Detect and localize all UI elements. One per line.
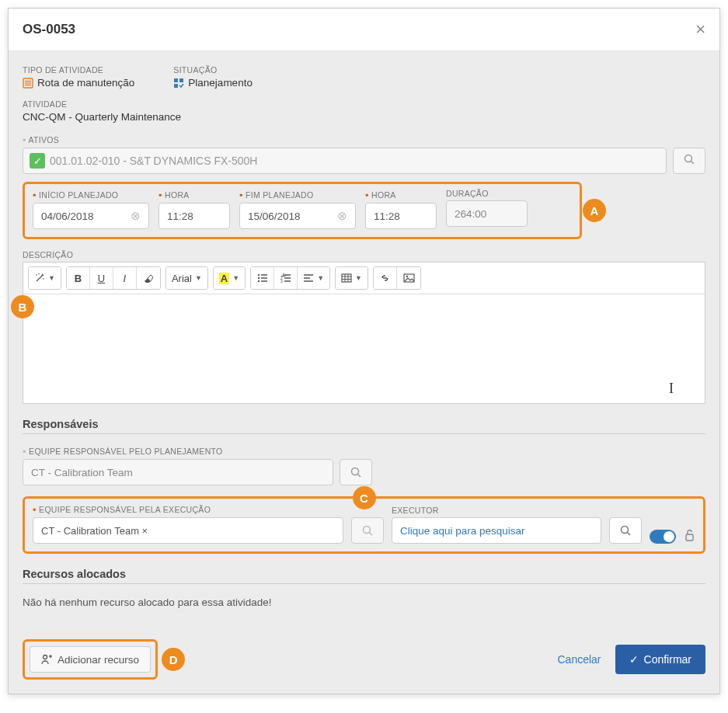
magic-button[interactable]: ▼ <box>29 267 61 289</box>
clear-icon[interactable]: ⊗ <box>337 209 347 223</box>
status-field: SITUAÇÃO Planejamento <box>173 65 253 89</box>
end-date-label: FIM PLANEJADO <box>246 190 313 200</box>
italic-icon: I <box>124 273 127 284</box>
svg-point-9 <box>36 274 37 276</box>
modal-title: OS-0053 <box>23 22 75 37</box>
duration-input: 264:00 <box>446 200 528 227</box>
table-button[interactable]: ▼ <box>336 267 367 289</box>
svg-point-34 <box>351 468 358 475</box>
callout-d-badge: D <box>162 648 185 671</box>
search-icon <box>362 525 374 537</box>
unlock-icon[interactable] <box>684 529 695 544</box>
executor-input[interactable]: Clique aqui para pesquisar <box>392 517 601 544</box>
status-label: SITUAÇÃO <box>173 65 253 75</box>
start-time-value: 11:28 <box>167 210 193 222</box>
add-resource-button[interactable]: Adicionar recurso <box>30 646 151 673</box>
planning-team-input: CT - Calibration Team <box>23 459 333 485</box>
italic-button[interactable]: I <box>113 267 137 289</box>
svg-line-8 <box>691 162 694 165</box>
svg-point-36 <box>363 526 370 533</box>
duration-field: DURAÇÃO 264:00 <box>446 189 528 229</box>
execution-team-chip[interactable]: CT - Calibration Team × <box>41 525 148 537</box>
executor-label: EXECUTOR <box>392 506 601 515</box>
ol-icon: 123 <box>280 273 291 283</box>
description-label: DESCRIÇÃO <box>23 250 705 259</box>
executor-search-button[interactable] <box>609 517 642 544</box>
bold-icon: B <box>75 273 82 284</box>
align-icon <box>303 273 314 283</box>
search-icon <box>684 154 695 168</box>
assets-input[interactable]: ✓ 001.01.02-010 - S&T DYNAMICS FX-500H <box>23 148 667 174</box>
start-date-field: • INÍCIO PLANEJADO 04/06/2018 ⊗ <box>33 189 149 229</box>
eraser-icon <box>143 273 154 283</box>
no-resources-message: Não há nenhum recurso alocado para essa … <box>23 596 705 608</box>
end-date-value: 15/06/2018 <box>248 210 301 222</box>
resources-header: Recursos alocados <box>23 568 705 584</box>
description-section: B DESCRIÇÃO ▼ B U I Arial▼ <box>23 250 705 404</box>
start-time-label: HORA <box>165 190 190 200</box>
duration-label: DURAÇÃO <box>446 189 489 198</box>
ordered-list-button[interactable]: 123 <box>274 267 298 289</box>
svg-point-10 <box>38 273 40 275</box>
assets-label: • ATIVOS <box>23 134 705 145</box>
end-time-label: HORA <box>371 190 396 200</box>
search-icon <box>620 525 632 537</box>
duration-value: 264:00 <box>455 208 486 220</box>
execution-team-search-button[interactable] <box>351 517 384 544</box>
executor-placeholder: Clique aqui para pesquisar <box>400 525 525 537</box>
activity-type-value: Rota de manutenção <box>37 77 134 89</box>
eraser-button[interactable] <box>137 267 160 289</box>
underline-button[interactable]: U <box>90 267 113 289</box>
svg-line-35 <box>357 474 361 477</box>
close-button[interactable]: × <box>695 19 705 40</box>
highlight-icon: A <box>219 273 229 284</box>
execution-team-field: • EQUIPE RESPONSÁVEL PELA EXECUÇÃO CT - … <box>33 503 343 544</box>
svg-point-38 <box>621 526 628 533</box>
ul-icon <box>257 273 268 283</box>
start-date-label: INÍCIO PLANEJADO <box>39 190 118 200</box>
svg-rect-40 <box>686 534 693 541</box>
image-button[interactable] <box>397 267 420 289</box>
executor-toggle[interactable] <box>650 530 676 544</box>
end-date-field: • FIM PLANEJADO 15/06/2018 ⊗ <box>239 189 356 229</box>
unordered-list-button[interactable] <box>251 267 274 289</box>
svg-rect-5 <box>179 78 183 82</box>
link-button[interactable] <box>374 267 397 289</box>
svg-text:3: 3 <box>280 279 283 283</box>
start-date-input[interactable]: 04/06/2018 ⊗ <box>33 203 149 229</box>
bold-button[interactable]: B <box>67 267 90 289</box>
svg-rect-4 <box>174 78 178 82</box>
editor-textarea[interactable]: I <box>23 294 705 403</box>
execution-callout: C • EQUIPE RESPONSÁVEL PELA EXECUÇÃO CT … <box>23 496 705 554</box>
clear-icon[interactable]: ⊗ <box>131 209 141 223</box>
link-icon <box>379 273 391 283</box>
executor-field: EXECUTOR Clique aqui para pesquisar <box>392 506 601 544</box>
planning-team-search-button[interactable] <box>340 459 372 485</box>
svg-point-41 <box>44 656 47 659</box>
svg-point-16 <box>257 280 259 282</box>
modal-dialog: OS-0053 × TIPO DE ATIVIDADE Rota de manu… <box>8 8 720 694</box>
start-date-value: 04/06/2018 <box>41 210 94 222</box>
check-icon: ✓ <box>629 653 639 666</box>
execution-team-input[interactable]: CT - Calibration Team × <box>33 517 343 544</box>
route-icon <box>23 78 33 89</box>
end-time-value: 11:28 <box>374 210 400 222</box>
image-icon <box>403 273 415 283</box>
callout-a-badge: A <box>583 199 606 222</box>
end-date-input[interactable]: 15/06/2018 ⊗ <box>239 203 356 229</box>
activity-type-label: TIPO DE ATIVIDADE <box>23 65 134 75</box>
end-time-input[interactable]: 11:28 <box>365 203 437 229</box>
svg-line-37 <box>369 532 372 535</box>
table-icon <box>341 273 352 283</box>
align-button[interactable]: ▼ <box>298 267 329 289</box>
execution-team-label: EQUIPE RESPONSÁVEL PELA EXECUÇÃO <box>39 505 211 514</box>
confirm-button[interactable]: ✓ Confirmar <box>615 645 705 674</box>
editor-toolbar: ▼ B U I Arial▼ A▼ <box>23 263 705 294</box>
cancel-button[interactable]: Cancelar <box>558 653 601 666</box>
assets-search-button[interactable] <box>673 148 705 174</box>
font-family-button[interactable]: Arial▼ <box>166 267 207 289</box>
start-time-input[interactable]: 11:28 <box>158 203 230 229</box>
start-time-field: • HORA 11:28 <box>158 189 230 229</box>
highlight-button[interactable]: A▼ <box>214 267 245 289</box>
planning-icon <box>173 78 184 89</box>
